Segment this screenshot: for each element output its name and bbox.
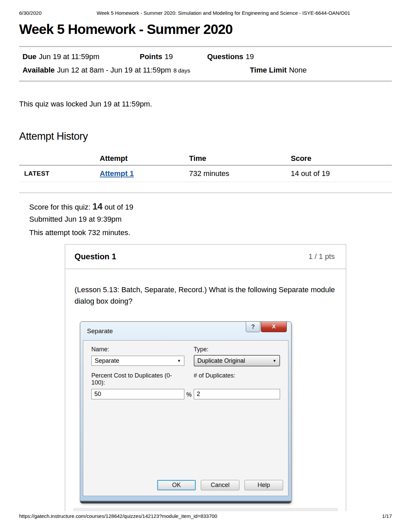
help-icon: ?: [246, 322, 260, 332]
attempt-1-link[interactable]: Attempt 1: [100, 169, 134, 178]
question-points-badge: 1 / 1 pts: [309, 252, 335, 261]
help-button: Help: [244, 480, 283, 490]
num-duplicates-label: # of Duplicates:: [194, 372, 280, 386]
percent-cost-label: Percent Cost to Duplicates (0-100):: [91, 372, 184, 386]
chevron-down-icon: ▼: [273, 359, 276, 363]
meta-time-limit: Time LimitNone: [250, 66, 307, 75]
score-summary: Score for this quiz:14out of 19 Submitte…: [29, 202, 133, 242]
table-bottom-rule: [19, 192, 392, 193]
dialog-client-area: Name: Type: Separate ▼: [83, 340, 288, 496]
duration-line: This attempt took 732 minutes.: [29, 228, 133, 238]
dialog-button-row: OK Cancel Help: [157, 480, 283, 490]
meta-points-value: 19: [165, 52, 173, 61]
meta-available: AvailableJun 12 at 8am - Jun 19 at 11:59…: [22, 66, 190, 75]
col-header-score: Score: [291, 154, 392, 163]
meta-time-limit-value: None: [289, 66, 307, 74]
meta-points: Points19: [140, 52, 173, 61]
question-prompt: (Lesson 5.13: Batch, Separate, Record.) …: [75, 284, 336, 307]
quiz-meta: DueJun 19 at 11:59pm Points19 Questions1…: [19, 46, 392, 82]
col-header-time: Time: [189, 154, 291, 163]
attempt-history-table: Attempt Time Score LATEST Attempt 1 732 …: [19, 152, 392, 193]
meta-questions: Questions19: [207, 52, 254, 61]
score-prefix: Score for this quiz:: [29, 203, 90, 211]
question-title: Question 1: [75, 252, 116, 261]
meta-due-label: Due: [22, 52, 37, 61]
attempt-latest-label: LATEST: [19, 170, 100, 177]
ok-button: OK: [157, 480, 196, 490]
meta-available-duration: 8 days: [173, 68, 190, 74]
cancel-button: Cancel: [201, 480, 239, 490]
type-dropdown-value: Duplicate Original: [197, 357, 245, 364]
col-header-attempt: Attempt: [100, 154, 189, 163]
answer-section-top-strip: [73, 508, 338, 511]
question-body: (Lesson 5.13: Batch, Separate, Record.) …: [65, 269, 346, 503]
print-footer: https://gatech.instructure.com/courses/1…: [19, 513, 392, 519]
score-value: 14: [92, 202, 102, 212]
table-row: LATEST Attempt 1 732 minutes 14 out of 1…: [19, 166, 392, 182]
attempt-history-heading: Attempt History: [19, 130, 88, 142]
close-icon: X: [261, 322, 287, 332]
num-duplicates-input: [194, 389, 280, 399]
name-dropdown: Separate ▼: [91, 356, 184, 366]
print-header-title: Week 5 Homework - Summer 2020: Simulatio…: [42, 10, 392, 16]
table-header-row: Attempt Time Score: [19, 152, 392, 166]
dialog-window-controls: ? X: [246, 322, 287, 332]
meta-available-label: Available: [22, 66, 55, 74]
meta-points-label: Points: [140, 52, 162, 61]
type-dropdown: Duplicate Original ▼: [194, 355, 280, 366]
separate-dialog-window: Separate ? X Name: Type: Separate: [80, 321, 291, 503]
question-header: Question 1 1 / 1 pts: [65, 245, 346, 269]
meta-questions-label: Questions: [207, 52, 243, 61]
meta-due-value: Jun 19 at 11:59pm: [39, 52, 100, 61]
print-header: 6/30/2020 Week 5 Homework - Summer 2020:…: [19, 10, 392, 16]
print-date: 6/30/2020: [19, 10, 42, 16]
score-suffix: out of 19: [104, 203, 133, 211]
percent-sign: %: [184, 389, 194, 399]
meta-time-limit-label: Time Limit: [250, 66, 287, 74]
print-footer-url: https://gatech.instructure.com/courses/1…: [19, 513, 217, 519]
type-label: Type:: [194, 346, 280, 353]
meta-questions-value: 19: [246, 52, 254, 61]
name-dropdown-value: Separate: [95, 357, 119, 364]
quiz-locked-message: This quiz was locked Jun 19 at 11:59pm.: [19, 100, 152, 108]
attempt-score-value: 14 out of 19: [291, 169, 392, 178]
print-page-number: 1/17: [382, 513, 392, 519]
name-label: Name:: [91, 346, 184, 353]
meta-due: DueJun 19 at 11:59pm: [22, 52, 99, 61]
score-line: Score for this quiz:14out of 19: [29, 202, 133, 211]
dialog-title: Separate: [87, 327, 113, 335]
submitted-line: Submitted Jun 19 at 9:39pm: [29, 215, 133, 224]
question-image-separate-dialog: Separate ? X Name: Type: Separate: [80, 321, 336, 503]
percent-cost-input: [91, 389, 184, 399]
chevron-down-icon: ▼: [177, 359, 181, 363]
question-1-box: Question 1 1 / 1 pts (Lesson 5.13: Batch…: [65, 244, 346, 511]
page-title: Week 5 Homework - Summer 2020: [19, 21, 233, 37]
attempt-time-value: 732 minutes: [189, 169, 291, 178]
meta-available-value: Jun 12 at 8am - Jun 19 at 11:59pm: [57, 66, 171, 74]
